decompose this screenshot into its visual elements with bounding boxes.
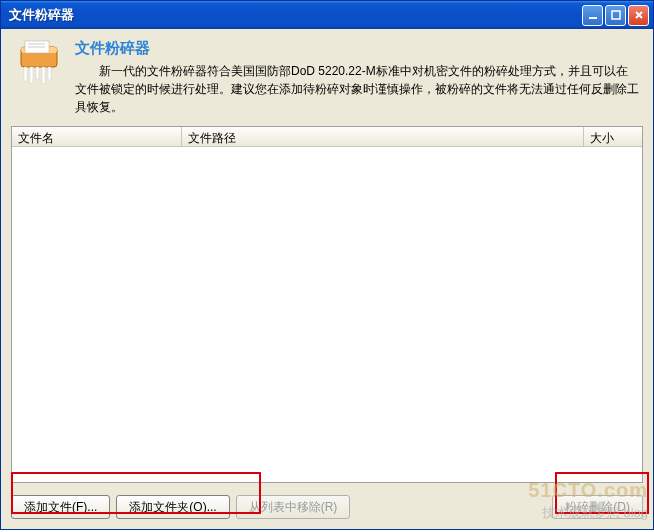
toolbar: 添加文件(F)... 添加文件夹(O)... 从列表中移除(R) 粉碎删除(D) xyxy=(11,489,643,519)
header-row: 文件粉碎器 新一代的文件粉碎器符合美国国防部DoD 5220.22-M标准中对机… xyxy=(11,37,643,120)
header-text: 文件粉碎器 新一代的文件粉碎器符合美国国防部DoD 5220.22-M标准中对机… xyxy=(75,39,639,116)
page-title: 文件粉碎器 xyxy=(75,39,639,58)
file-shredder-window: 文件粉碎器 xyxy=(0,0,654,530)
column-header-filepath[interactable]: 文件路径 xyxy=(182,127,584,146)
svg-rect-10 xyxy=(30,67,33,83)
svg-rect-12 xyxy=(42,67,45,84)
column-header-size[interactable]: 大小 xyxy=(584,127,642,146)
titlebar: 文件粉碎器 xyxy=(1,1,653,29)
content-area: 文件粉碎器 新一代的文件粉碎器符合美国国防部DoD 5220.22-M标准中对机… xyxy=(1,29,653,529)
shred-button: 粉碎删除(D) xyxy=(552,495,643,519)
svg-rect-1 xyxy=(612,11,620,19)
window-controls xyxy=(582,5,649,26)
add-folder-button[interactable]: 添加文件夹(O)... xyxy=(116,495,229,519)
svg-rect-11 xyxy=(36,67,39,79)
close-button[interactable] xyxy=(628,5,649,26)
remove-button: 从列表中移除(R) xyxy=(236,495,351,519)
minimize-button[interactable] xyxy=(582,5,603,26)
svg-rect-0 xyxy=(589,17,597,19)
shredder-icon xyxy=(15,39,63,87)
svg-rect-13 xyxy=(48,67,51,80)
file-list[interactable]: 文件名 文件路径 大小 xyxy=(11,126,643,483)
maximize-button[interactable] xyxy=(605,5,626,26)
window-title: 文件粉碎器 xyxy=(9,6,582,24)
column-header-filename[interactable]: 文件名 xyxy=(12,127,182,146)
page-description: 新一代的文件粉碎器符合美国国防部DoD 5220.22-M标准中对机密文件的粉碎… xyxy=(75,62,639,116)
svg-rect-9 xyxy=(24,67,27,81)
add-file-button[interactable]: 添加文件(F)... xyxy=(11,495,110,519)
list-body[interactable] xyxy=(12,147,642,482)
list-header: 文件名 文件路径 大小 xyxy=(12,127,642,147)
